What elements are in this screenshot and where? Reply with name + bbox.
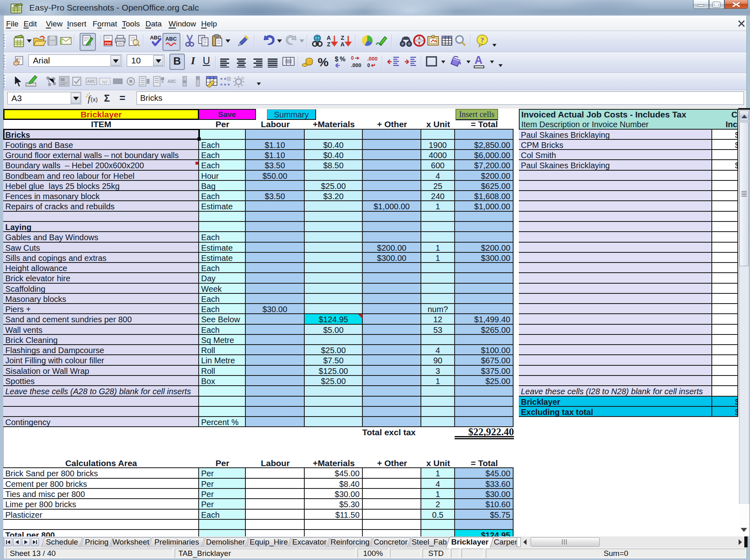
svg-text:PDF: PDF xyxy=(105,41,111,45)
svg-text:0: 0 xyxy=(351,55,354,61)
svg-text:A: A xyxy=(340,41,345,48)
svg-text:%: % xyxy=(340,56,345,63)
svg-text:Z: Z xyxy=(327,41,331,48)
svg-text:ABC: ABC xyxy=(167,79,176,84)
svg-text:ABC: ABC xyxy=(87,79,96,84)
svg-text:$: $ xyxy=(335,56,338,63)
svg-text:?: ? xyxy=(481,36,484,44)
svg-text:xyz: xyz xyxy=(102,80,108,84)
svg-text:.000: .000 xyxy=(367,56,377,62)
svg-text:A: A xyxy=(327,35,331,41)
svg-text:Z: Z xyxy=(341,35,345,41)
svg-text:.000: .000 xyxy=(351,62,361,68)
svg-text:0: 0 xyxy=(367,63,370,68)
svg-text:ABC: ABC xyxy=(165,36,177,42)
svg-text:(x): (x) xyxy=(91,96,98,103)
